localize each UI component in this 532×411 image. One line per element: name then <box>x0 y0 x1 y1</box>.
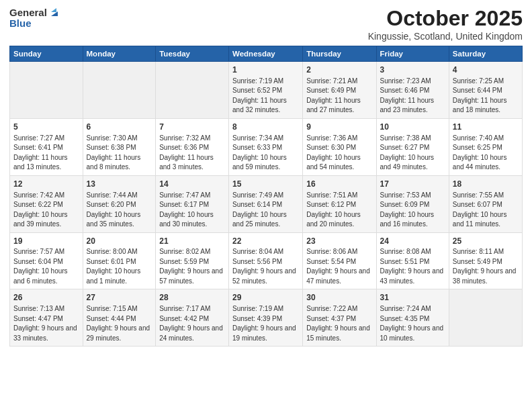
day-info: Sunrise: 7:47 AM Sunset: 6:17 PM Dayligh… <box>159 191 225 230</box>
table-row: 3Sunrise: 7:23 AM Sunset: 6:46 PM Daylig… <box>376 62 449 119</box>
day-number: 10 <box>380 122 445 133</box>
table-row <box>449 289 522 347</box>
day-info: Sunrise: 7:51 AM Sunset: 6:12 PM Dayligh… <box>306 191 372 230</box>
table-row: 18Sunrise: 7:55 AM Sunset: 6:07 PM Dayli… <box>449 175 522 232</box>
day-number: 5 <box>13 122 79 133</box>
table-row: 11Sunrise: 7:40 AM Sunset: 6:25 PM Dayli… <box>449 118 522 175</box>
table-row: 21Sunrise: 8:02 AM Sunset: 5:59 PM Dayli… <box>156 232 229 289</box>
day-info: Sunrise: 7:27 AM Sunset: 6:41 PM Dayligh… <box>13 134 79 173</box>
calendar-week-row: 26Sunrise: 7:13 AM Sunset: 4:47 PM Dayli… <box>10 289 523 347</box>
table-row: 1Sunrise: 7:19 AM Sunset: 6:52 PM Daylig… <box>229 62 303 119</box>
day-number: 6 <box>87 122 152 133</box>
table-row: 7Sunrise: 7:32 AM Sunset: 6:36 PM Daylig… <box>156 118 229 175</box>
day-info: Sunrise: 7:19 AM Sunset: 4:39 PM Dayligh… <box>232 304 299 343</box>
weekday-header-row: Sunday Monday Tuesday Wednesday Thursday… <box>10 46 523 62</box>
table-row: 27Sunrise: 7:15 AM Sunset: 4:44 PM Dayli… <box>83 289 156 347</box>
table-row: 8Sunrise: 7:34 AM Sunset: 6:33 PM Daylig… <box>229 118 303 175</box>
day-number: 25 <box>453 236 519 247</box>
table-row: 28Sunrise: 7:17 AM Sunset: 4:42 PM Dayli… <box>156 289 229 347</box>
table-row <box>10 62 83 119</box>
table-row: 22Sunrise: 8:04 AM Sunset: 5:56 PM Dayli… <box>229 232 303 289</box>
logo-icon <box>48 7 60 19</box>
col-sunday: Sunday <box>10 46 83 62</box>
day-info: Sunrise: 8:02 AM Sunset: 5:59 PM Dayligh… <box>159 247 225 286</box>
col-wednesday: Wednesday <box>229 46 303 62</box>
table-row: 26Sunrise: 7:13 AM Sunset: 4:47 PM Dayli… <box>10 289 83 347</box>
day-number: 4 <box>453 64 519 76</box>
col-saturday: Saturday <box>449 46 522 62</box>
day-info: Sunrise: 8:06 AM Sunset: 5:54 PM Dayligh… <box>306 247 372 286</box>
day-number: 17 <box>380 179 445 190</box>
table-row: 31Sunrise: 7:24 AM Sunset: 4:35 PM Dayli… <box>376 289 449 347</box>
day-info: Sunrise: 7:25 AM Sunset: 6:44 PM Dayligh… <box>453 77 519 116</box>
day-info: Sunrise: 7:57 AM Sunset: 6:04 PM Dayligh… <box>13 247 79 286</box>
month-title: October 2025 <box>368 7 523 30</box>
table-row: 15Sunrise: 7:49 AM Sunset: 6:14 PM Dayli… <box>229 175 303 232</box>
day-number: 19 <box>13 236 79 247</box>
day-number: 31 <box>380 292 445 304</box>
day-info: Sunrise: 7:24 AM Sunset: 4:35 PM Dayligh… <box>380 304 445 343</box>
table-row: 14Sunrise: 7:47 AM Sunset: 6:17 PM Dayli… <box>156 175 229 232</box>
table-row: 9Sunrise: 7:36 AM Sunset: 6:30 PM Daylig… <box>303 118 376 175</box>
table-row: 10Sunrise: 7:38 AM Sunset: 6:27 PM Dayli… <box>376 118 449 175</box>
day-number: 12 <box>13 179 79 190</box>
day-number: 9 <box>306 122 372 133</box>
day-info: Sunrise: 8:11 AM Sunset: 5:49 PM Dayligh… <box>453 247 519 286</box>
day-number: 23 <box>306 236 372 247</box>
day-number: 2 <box>306 64 372 76</box>
day-info: Sunrise: 7:38 AM Sunset: 6:27 PM Dayligh… <box>380 134 445 173</box>
day-number: 22 <box>232 236 299 247</box>
day-info: Sunrise: 7:19 AM Sunset: 6:52 PM Dayligh… <box>232 77 299 116</box>
day-info: Sunrise: 7:42 AM Sunset: 6:22 PM Dayligh… <box>13 191 79 230</box>
table-row: 20Sunrise: 8:00 AM Sunset: 6:01 PM Dayli… <box>83 232 156 289</box>
header: General Blue October 2025 Kingussie, Sco… <box>9 7 523 42</box>
table-row: 2Sunrise: 7:21 AM Sunset: 6:49 PM Daylig… <box>303 62 376 119</box>
day-info: Sunrise: 7:55 AM Sunset: 6:07 PM Dayligh… <box>453 191 519 230</box>
day-number: 13 <box>87 179 152 190</box>
logo-general: General <box>9 7 47 18</box>
table-row: 19Sunrise: 7:57 AM Sunset: 6:04 PM Dayli… <box>10 232 83 289</box>
day-number: 1 <box>232 64 299 76</box>
calendar-week-row: 19Sunrise: 7:57 AM Sunset: 6:04 PM Dayli… <box>10 232 523 289</box>
title-block: October 2025 Kingussie, Scotland, United… <box>368 7 523 42</box>
location: Kingussie, Scotland, United Kingdom <box>368 31 523 42</box>
table-row: 6Sunrise: 7:30 AM Sunset: 6:38 PM Daylig… <box>83 118 156 175</box>
table-row: 16Sunrise: 7:51 AM Sunset: 6:12 PM Dayli… <box>303 175 376 232</box>
table-row: 4Sunrise: 7:25 AM Sunset: 6:44 PM Daylig… <box>449 62 522 119</box>
table-row: 5Sunrise: 7:27 AM Sunset: 6:41 PM Daylig… <box>10 118 83 175</box>
calendar-table: Sunday Monday Tuesday Wednesday Thursday… <box>9 46 523 347</box>
table-row <box>156 62 229 119</box>
day-number: 7 <box>159 122 225 133</box>
col-tuesday: Tuesday <box>156 46 229 62</box>
day-number: 14 <box>159 179 225 190</box>
day-number: 26 <box>13 292 79 304</box>
day-number: 27 <box>87 292 152 304</box>
day-info: Sunrise: 7:44 AM Sunset: 6:20 PM Dayligh… <box>87 191 152 230</box>
day-number: 29 <box>232 292 299 304</box>
day-number: 24 <box>380 236 445 247</box>
day-number: 20 <box>87 236 152 247</box>
day-number: 15 <box>232 179 299 190</box>
calendar-week-row: 1Sunrise: 7:19 AM Sunset: 6:52 PM Daylig… <box>10 62 523 119</box>
day-number: 16 <box>306 179 372 190</box>
day-info: Sunrise: 7:49 AM Sunset: 6:14 PM Dayligh… <box>232 191 299 230</box>
table-row: 12Sunrise: 7:42 AM Sunset: 6:22 PM Dayli… <box>10 175 83 232</box>
day-number: 18 <box>453 179 519 190</box>
day-info: Sunrise: 7:13 AM Sunset: 4:47 PM Dayligh… <box>13 304 79 343</box>
day-info: Sunrise: 7:17 AM Sunset: 4:42 PM Dayligh… <box>159 304 225 343</box>
table-row: 29Sunrise: 7:19 AM Sunset: 4:39 PM Dayli… <box>229 289 303 347</box>
day-info: Sunrise: 7:40 AM Sunset: 6:25 PM Dayligh… <box>453 134 519 173</box>
day-number: 30 <box>306 292 372 304</box>
page-container: General Blue October 2025 Kingussie, Sco… <box>0 0 532 352</box>
calendar-week-row: 5Sunrise: 7:27 AM Sunset: 6:41 PM Daylig… <box>10 118 523 175</box>
table-row: 17Sunrise: 7:53 AM Sunset: 6:09 PM Dayli… <box>376 175 449 232</box>
svg-marker-0 <box>51 11 58 16</box>
day-number: 8 <box>232 122 299 133</box>
logo: General Blue <box>9 7 60 30</box>
day-info: Sunrise: 8:00 AM Sunset: 6:01 PM Dayligh… <box>87 247 152 286</box>
svg-marker-1 <box>51 8 56 12</box>
day-number: 3 <box>380 64 445 76</box>
day-info: Sunrise: 7:21 AM Sunset: 6:49 PM Dayligh… <box>306 77 372 116</box>
col-monday: Monday <box>83 46 156 62</box>
calendar-week-row: 12Sunrise: 7:42 AM Sunset: 6:22 PM Dayli… <box>10 175 523 232</box>
